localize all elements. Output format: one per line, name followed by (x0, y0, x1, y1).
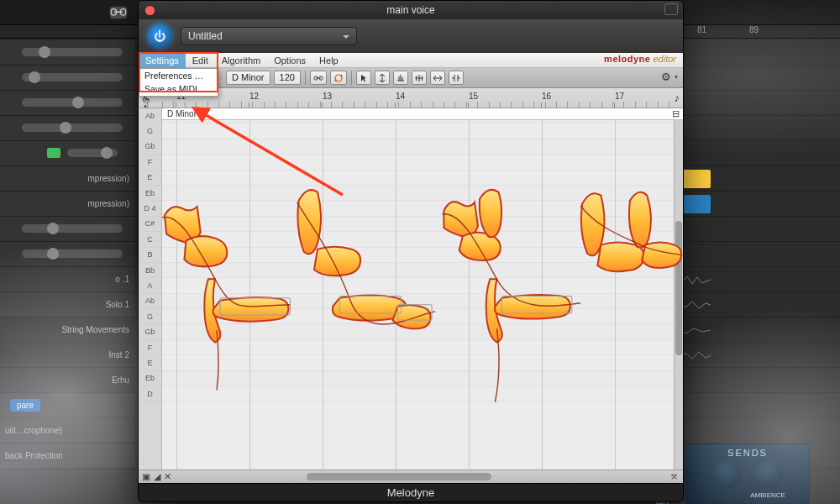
key-label: E (139, 355, 161, 370)
automation-slider[interactable] (22, 98, 123, 107)
key-label: E (139, 171, 161, 186)
note-icon[interactable]: ♪ (675, 92, 680, 104)
scale-label-strip[interactable]: D Minor ⊟ (162, 108, 683, 120)
key-label: Ab (139, 108, 161, 123)
pitch-tool[interactable] (375, 71, 390, 85)
track-label[interactable]: Solo.1 (0, 292, 134, 317)
pitch-grid[interactable]: D Minor ⊟ (162, 108, 683, 470)
track-label[interactable]: Erhu (0, 368, 134, 392)
note-blobs[interactable] (162, 108, 683, 450)
menu-options[interactable]: Options (267, 53, 312, 68)
feedback-protection-label[interactable]: back Protection (0, 444, 134, 468)
tool-icon[interactable]: ▣ (142, 471, 150, 482)
window-title: main voice (139, 4, 683, 16)
track-label[interactable]: mpression) (0, 166, 134, 191)
amplitude-tool[interactable] (412, 71, 427, 85)
ruler-mark: 81 (697, 25, 706, 34)
key-label: Eb (139, 371, 161, 386)
track-label[interactable]: mpression) (0, 192, 134, 216)
automation-slider[interactable] (67, 149, 118, 157)
menu-settings[interactable]: Settings (139, 53, 186, 68)
track-label[interactable]: String Movements (0, 318, 134, 342)
formant-tool[interactable] (393, 71, 408, 85)
automation-slider[interactable] (22, 48, 123, 56)
tempo-field[interactable]: 120 (274, 71, 301, 85)
plugin-toolbar: D Minor 120 ⚙▾ (139, 68, 683, 88)
tool-icon[interactable]: ◢ (154, 471, 160, 482)
track-label[interactable]: o .1 (0, 267, 134, 291)
key-label: D 4 (139, 201, 161, 216)
knob-label: AMBIENCE (750, 491, 785, 499)
scale-label: D Minor (167, 109, 197, 118)
link-icon[interactable] (109, 6, 128, 19)
key-field[interactable]: D Minor (226, 71, 270, 85)
piano-key-column: AbGGbFEEbD 4C#CBBbAAbGGbFEEbD (139, 108, 162, 470)
plugin-bottom-bar: ▣◢✕ ⤧ (139, 470, 683, 483)
menu-algorithm[interactable]: Algorithm (215, 53, 267, 68)
key-label: Gb (139, 139, 161, 155)
window-mode-icon[interactable] (664, 3, 678, 15)
key-label: Gb (139, 324, 161, 339)
plugin-host-bar: ⏻ Untitled (139, 19, 683, 53)
brand-logo: melodyneeditor (604, 54, 676, 64)
bar-number: 12 (249, 92, 259, 101)
key-label: Ab (139, 294, 161, 309)
plugin-body: Settings Edit Algorithm Options Help mel… (139, 53, 683, 483)
key-label: Eb (139, 186, 161, 201)
key-label: C# (139, 217, 161, 232)
key-label: Bb (139, 263, 161, 278)
timing-tool[interactable] (430, 71, 445, 85)
zoom-reset-icon[interactable]: ⤧ (670, 471, 678, 482)
bar-number: 16 (542, 92, 551, 101)
automation-slider[interactable] (22, 123, 123, 132)
input-source-label[interactable]: uilt…crophone) (0, 418, 134, 443)
bar-number: 17 (615, 92, 624, 101)
send-knob[interactable] (754, 459, 783, 488)
preset-dropdown[interactable]: Untitled (181, 27, 357, 45)
preset-name: Untitled (188, 30, 223, 42)
menu-help[interactable]: Help (312, 53, 345, 68)
ruler-mark: 89 (749, 25, 759, 34)
automation-slider[interactable] (22, 224, 123, 233)
link-icon[interactable] (310, 71, 327, 85)
record-enable-badge[interactable] (47, 148, 60, 158)
key-label: D (139, 386, 161, 402)
bar-number: 15 (469, 92, 478, 101)
bar-number: 13 (323, 92, 332, 101)
key-label: A (139, 278, 161, 293)
plugin-window: main voice ⏻ Untitled Settings Edit Algo… (138, 0, 684, 502)
gear-icon[interactable]: ⚙ (661, 71, 671, 83)
automation-slider[interactable] (22, 249, 123, 258)
power-button[interactable]: ⏻ (147, 24, 172, 49)
bar-number: 14 (396, 92, 405, 101)
menu-preferences[interactable]: Preferences … (139, 69, 218, 82)
automation-slider[interactable] (22, 73, 123, 81)
pitch-editor-workspace[interactable]: AbGGbFEEbD 4C#CBBbAAbGGbFEEbD D Minor ⊟ (139, 108, 683, 470)
sync-icon[interactable] (330, 71, 347, 85)
menu-save-as-midi[interactable]: Save as MIDI … (139, 82, 218, 96)
separation-tool[interactable] (449, 71, 464, 85)
sends-title: SENDS (690, 448, 806, 458)
send-knob[interactable] (712, 459, 741, 488)
compare-button[interactable]: pare (10, 399, 40, 412)
plugin-footer-name: Melodyne (139, 483, 683, 501)
key-label: F (139, 155, 161, 170)
settings-dropdown: Preferences … Save as MIDI … (139, 68, 218, 97)
key-label: G (139, 123, 161, 139)
plugin-titlebar[interactable]: main voice (139, 1, 683, 19)
cursor-tool[interactable] (356, 71, 371, 85)
key-label: C (139, 232, 161, 247)
sends-panel: SENDS AMBIENCE (685, 444, 810, 504)
horizontal-scrollbar[interactable] (307, 473, 491, 480)
scale-toggle-icon[interactable]: ⊟ (672, 108, 680, 119)
key-label: G (139, 309, 161, 324)
menu-edit[interactable]: Edit (186, 53, 215, 68)
plugin-menubar: Settings Edit Algorithm Options Help mel… (139, 53, 683, 68)
key-label: B (139, 248, 161, 263)
plugin-bar-ruler[interactable]: 𝄞 11 12 13 14 15 16 17 ♪ (139, 88, 683, 108)
tool-icon[interactable]: ✕ (164, 471, 171, 482)
key-label: F (139, 340, 161, 355)
track-label[interactable]: Inst 2 (0, 343, 134, 367)
